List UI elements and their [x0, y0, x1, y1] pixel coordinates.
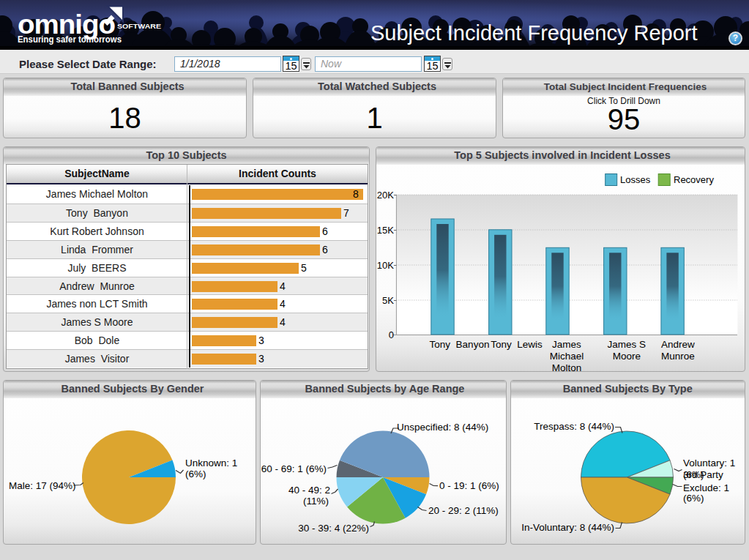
- svg-text:James: James: [552, 339, 581, 350]
- svg-text:Munroe: Munroe: [661, 351, 695, 362]
- svg-text:(6%): (6%): [185, 468, 206, 479]
- svg-text:Unspecified: 8 (44%): Unspecified: 8 (44%): [397, 422, 488, 433]
- svg-text:(6%): (6%): [683, 493, 704, 504]
- svg-text:Unknown: 1: Unknown: 1: [185, 458, 237, 468]
- svg-text:Exclude: 1: Exclude: 1: [683, 482, 729, 493]
- svg-text:60 - 69: 1 (6%): 60 - 69: 1 (6%): [261, 463, 327, 474]
- svg-text:(6%): (6%): [683, 469, 704, 480]
- svg-text:In-Voluntary: 8 (44%): In-Voluntary: 8 (44%): [521, 522, 614, 533]
- svg-text:Losses: Losses: [620, 174, 651, 185]
- svg-text:Tony Lewis: Tony Lewis: [491, 339, 543, 350]
- svg-text:5K: 5K: [382, 295, 394, 306]
- svg-text:20 - 29: 2 (11%): 20 - 29: 2 (11%): [428, 505, 499, 516]
- svg-text:20K: 20K: [377, 190, 394, 201]
- svg-text:Michael: Michael: [550, 351, 584, 362]
- svg-text:Tony Banyon: Tony Banyon: [430, 339, 490, 350]
- svg-text:Voluntary: 1: Voluntary: 1: [683, 458, 735, 468]
- svg-text:Andrew: Andrew: [661, 339, 695, 350]
- svg-text:40 - 49: 2: 40 - 49: 2: [288, 485, 330, 496]
- svg-text:Recovery: Recovery: [674, 174, 714, 185]
- svg-text:Molton: Molton: [552, 362, 582, 371]
- svg-text:0 - 19: 1 (6%): 0 - 19: 1 (6%): [439, 480, 499, 491]
- svg-text:Trespass: 8 (44%): Trespass: 8 (44%): [534, 421, 614, 432]
- svg-text:30 - 39: 4 (22%): 30 - 39: 4 (22%): [298, 523, 369, 534]
- svg-text:(11%): (11%): [303, 496, 329, 507]
- svg-text:Ensuring safer tomorrows: Ensuring safer tomorrows: [18, 34, 122, 45]
- svg-text:James S: James S: [608, 339, 646, 350]
- svg-text:Male: 17 (94%): Male: 17 (94%): [9, 480, 76, 491]
- svg-text:Moore: Moore: [613, 351, 641, 362]
- svg-text:0: 0: [389, 329, 394, 340]
- svg-text:10K: 10K: [377, 260, 394, 271]
- svg-text:SOFTWARE: SOFTWARE: [117, 22, 161, 30]
- svg-text:15K: 15K: [377, 225, 394, 236]
